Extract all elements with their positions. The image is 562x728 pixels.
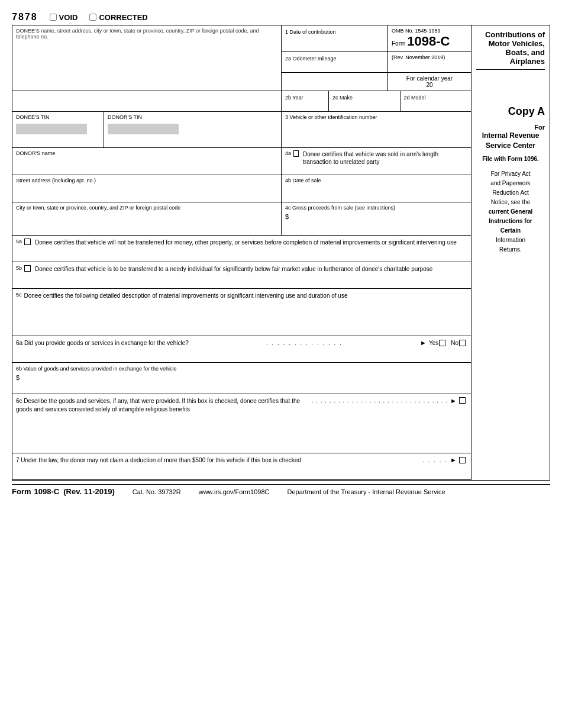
field4c-cell: 4c Gross proceeds from sale (see instruc… [282,202,471,235]
field2b-input[interactable] [285,101,325,109]
field4a-checkbox[interactable] [293,150,299,157]
copy-a-label: Copy A [476,105,545,118]
field6a-no-checkbox[interactable] [459,340,466,346]
footer-form-name: 1098-C [34,487,60,496]
main-content: DONEE'S name, street address, city or to… [12,25,471,480]
privacy-section: For Privacy Act and Paperwork Reduction … [476,169,545,255]
field6a-arrow: ► [420,339,427,346]
street-label: Street address (including apt. no.) [16,178,277,183]
field6a-no: No [451,340,458,346]
footer: Form 1098-C (Rev. 11-2019) Cat. No. 3973… [12,484,550,496]
city-input[interactable] [16,211,277,228]
field7-label: 7 Under the law, the donor may not claim… [16,457,420,463]
field7-inner: 7 Under the law, the donor may not claim… [16,456,467,463]
rev-label: (Rev. November 2019) [392,54,467,60]
field4b-input[interactable] [285,183,467,198]
cal-year-value: 20 [392,82,467,88]
field6a-yes-checkbox[interactable] [439,340,445,346]
field2d-cell: 2d Model [400,91,471,111]
donor-tin-input[interactable] [108,124,179,134]
right-side-panel: Contributions of Motor Vehicles, Boats, … [471,25,550,480]
file-label: File with Form 1096. [476,156,545,162]
footer-rev: (Rev. 11-2019) [63,487,114,496]
donor-name-label: DONOR'S name [16,150,277,156]
field3-input[interactable] [285,120,467,141]
row-tin-field3: DONEE'S TIN DONOR'S TIN 3 Vehicle or oth… [12,112,471,148]
field6a-yes: Yes [429,340,438,346]
field7-checkbox[interactable] [459,457,466,463]
field4c-label: 4c Gross proceeds from sale (see instruc… [285,205,467,211]
field5a-text: Donee certifies that vehicle will not be… [35,239,457,247]
field3-cell: 3 Vehicle or other identification number [282,112,471,147]
footer-cat: Cat. No. 39732R [133,488,181,495]
row-7: 7 Under the law, the donor may not claim… [12,453,471,480]
donee-name-cell: DONEE'S name, street address, city or to… [12,25,282,91]
donor-tin-cell: DONOR'S TIN [104,112,282,147]
for-label: For [476,124,545,131]
field1-input[interactable] [285,35,384,46]
field7-dots: . . . . . [422,457,448,463]
field6b-input[interactable] [16,381,467,391]
privacy-bold1: current General [489,208,532,215]
donee-name-label: DONEE'S name, street address, city or to… [16,28,277,40]
field3-label: 3 Vehicle or other identification number [285,114,467,120]
field5b-checkbox[interactable] [24,265,31,272]
form-prefix: Form [392,40,405,47]
field2c-input[interactable] [332,101,396,109]
field4a-text: Donee certifies that vehicle was sold in… [303,150,467,166]
field2a-cell: 2a Odometer mileage [282,52,388,72]
row-6a: 6a Did you provide goods or services in … [12,336,471,363]
right-header-col: 1 Date of contribution OMB No. 1545-1959… [282,25,471,91]
field1-cell: 1 Date of contribution [282,25,388,51]
form-name: 1098-C [407,34,450,49]
title-line1: Contributions of [485,30,545,39]
corrected-checkbox[interactable] [89,14,96,21]
row-5b: 5b Donee certifies that vehicle is to be… [12,262,471,289]
row-street-4b: Street address (including apt. no.) 4b D… [12,175,471,202]
city-cell: City or town, state or province, country… [12,202,282,235]
field2c-cell: 2c Make [329,91,400,111]
field5b-text: Donee certifies that vehicle is to be tr… [35,265,432,273]
field2b-cell: 2b Year [282,91,329,111]
field6a-inner: 6a Did you provide goods or services in … [16,339,467,346]
title-line3: Boats, and [506,48,545,57]
privacy-line6: Returns. [499,246,522,253]
void-checkbox[interactable] [50,14,57,21]
row-5a: 5a Donee certifies that vehicle will not… [12,236,471,262]
irs-lines: Internal Revenue Service Center [476,131,545,151]
field6a-dots: . . . . . . . . . . . . . . [189,340,420,346]
field5c-text: Donee certifies the following detailed d… [24,292,348,300]
field2a-input[interactable] [285,62,384,70]
field6c-checkbox[interactable] [459,397,466,404]
field4c-input[interactable] [285,220,467,232]
field2d-input[interactable] [404,101,468,109]
row-6c: 6c Describe the goods and services, if a… [12,394,471,453]
field6c-label: 6c Describe the goods and services, if a… [16,397,309,414]
page: 7878 VOID CORRECTED DONEE'S name, street… [12,12,550,496]
void-label: VOID [59,13,78,22]
field4b-label: 4b Date of sale [285,178,467,183]
footer-dept: Department of the Treasury - Internal Re… [288,488,445,495]
corrected-checkbox-group: CORRECTED [89,13,147,22]
copy-a-section: Copy A [476,69,545,118]
void-checkbox-group: VOID [50,13,78,22]
footer-website: www.irs.gov/Form1098C [199,488,270,495]
donee-tin-input[interactable] [16,124,87,134]
footer-form-ref: Form 1098-C (Rev. 11-2019) [12,487,115,496]
cal-year-spacer [282,73,388,91]
form-body: DONEE'S name, street address, city or to… [12,25,550,481]
field1-label: 1 Date of contribution [285,29,336,35]
field2c-label: 2c Make [332,95,353,101]
privacy-bold2: Instructions for [489,218,532,224]
field4a-cell: 4a Donee certifies that vehicle was sold… [282,148,471,175]
row2a-rev-row: 2a Odometer mileage (Rev. November 2019) [282,52,471,73]
donor-name-cell: DONOR'S name [12,148,282,175]
field5a-checkbox[interactable] [24,239,31,245]
footer-form-label: Form [12,487,31,496]
field2b-label: 2b Year [285,95,303,101]
donor-name-input[interactable] [16,156,277,171]
row-2bcd: 2b Year 2c Make 2d Model [12,91,471,112]
field7-arrow: ► [450,456,457,463]
privacy-line4: Notice, see the [491,199,531,205]
street-input[interactable] [16,183,277,198]
